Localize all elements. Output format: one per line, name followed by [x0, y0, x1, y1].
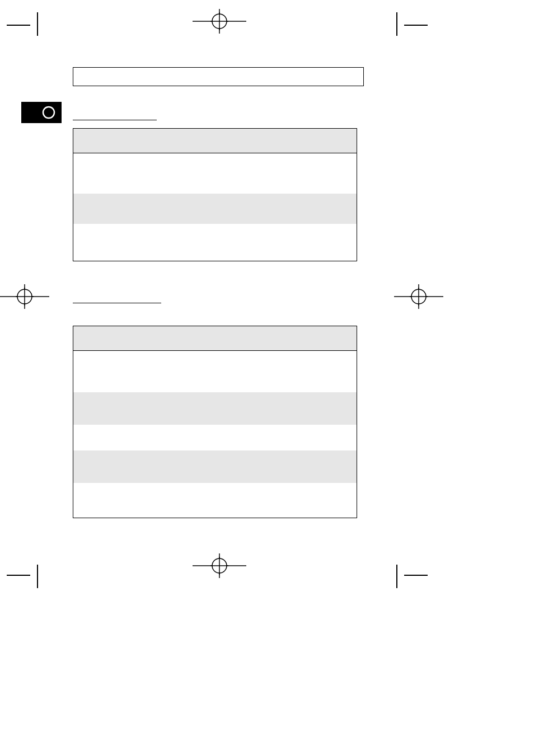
crop-mark-bottom-right: [394, 555, 428, 588]
table-row: [73, 153, 357, 194]
registration-mark-right: [394, 284, 443, 309]
section-1: [73, 110, 364, 261]
circle-icon: [41, 105, 56, 120]
section-1-table: [73, 128, 357, 261]
table-row: [73, 425, 357, 450]
svg-point-20: [43, 107, 54, 118]
table-row: [73, 483, 357, 518]
table-header: [73, 326, 357, 351]
section-2: [73, 293, 364, 518]
section-1-heading: [73, 110, 157, 120]
page-title-box: [73, 67, 364, 86]
registration-mark-top: [193, 9, 246, 34]
section-2-table: [73, 326, 357, 518]
registration-mark-bottom: [193, 553, 246, 578]
table-row: [73, 224, 357, 261]
table-header: [73, 129, 357, 153]
crop-mark-top-right: [394, 12, 428, 46]
side-tab: [21, 102, 62, 123]
page-body: [73, 67, 364, 518]
registration-mark-left: [0, 284, 49, 309]
crop-mark-bottom-left: [7, 555, 40, 588]
table-row: [73, 392, 357, 425]
section-2-heading: [73, 293, 161, 303]
table-row: [73, 194, 357, 224]
table-row: [73, 450, 357, 483]
table-row: [73, 351, 357, 392]
crop-mark-top-left: [7, 12, 40, 46]
section-2-intro: [73, 306, 364, 320]
